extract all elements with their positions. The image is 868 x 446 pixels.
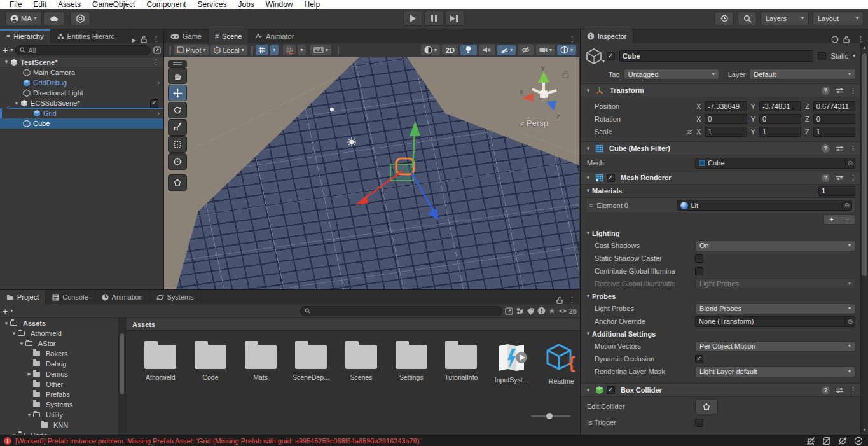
asset-folder-tutorialinfo[interactable]: TutorialInfo	[443, 341, 479, 385]
rect-tool[interactable]	[168, 136, 187, 153]
effects-toggle[interactable]: ▾	[497, 45, 516, 55]
is-trigger-checkbox[interactable]	[695, 419, 703, 427]
create-asset-caret[interactable]: ▾	[10, 309, 13, 314]
tree-item-utility[interactable]: ▼Utility	[0, 410, 125, 420]
project-search-input[interactable]	[300, 306, 502, 316]
cast-shadows-dropdown[interactable]: On▾	[695, 240, 855, 251]
undo-history-button[interactable]	[715, 11, 734, 25]
tab-project[interactable]: Project	[0, 290, 46, 304]
audio-toggle[interactable]	[479, 45, 495, 55]
rotation-z-field[interactable]: 0	[813, 114, 855, 124]
tag-dropdown[interactable]: Untagged▾	[624, 69, 719, 80]
presets-icon[interactable]	[836, 387, 844, 394]
scale-z-field[interactable]: 1	[813, 127, 855, 137]
static-caret[interactable]: ▾	[853, 53, 855, 59]
menu-gameobject[interactable]: GameObject	[86, 0, 141, 9]
check-circle-icon[interactable]	[854, 436, 863, 445]
project-menu-kebab[interactable]: ⋮	[565, 296, 579, 304]
menu-assets[interactable]: Assets	[52, 0, 86, 9]
tab-systems[interactable]: Systems	[150, 290, 201, 304]
materials-count-field[interactable]: 1	[818, 186, 855, 196]
tree-item-athomield[interactable]: ▼Athomield	[0, 328, 125, 338]
thumbnail-size-slider[interactable]	[531, 413, 570, 419]
add-object-button[interactable]: +	[3, 46, 8, 55]
menu-window[interactable]: Window	[260, 0, 299, 9]
mesh-object-field[interactable]: Cube ⊙	[695, 158, 855, 169]
visible-items-indicator[interactable]: 26	[558, 307, 577, 315]
menu-help[interactable]: Help	[299, 0, 326, 9]
tree-item-prefabs[interactable]: Prefabs	[0, 389, 125, 400]
position-x-field[interactable]: -7.338649	[705, 101, 747, 111]
scene-viewport[interactable]: y x z < Persp	[164, 57, 579, 289]
tab-animator[interactable]: Animator	[249, 29, 300, 43]
hierarchy-item-directional-light[interactable]: Directional Light	[0, 88, 163, 98]
transform-header[interactable]: ▼ Transform ? ⋮	[581, 83, 860, 97]
tree-item-systems[interactable]: Systems	[0, 400, 125, 410]
scene-visibility-toggle[interactable]	[518, 45, 534, 55]
asset-folder-scenes[interactable]: Scenes	[343, 341, 380, 385]
asset-readme[interactable]: {} Readme	[543, 341, 579, 385]
tree-item-debug[interactable]: Debug	[0, 359, 125, 369]
box-collider-header[interactable]: ▼ Box Collider ? ⋮	[581, 383, 860, 397]
asset-folder-code[interactable]: Code	[193, 341, 229, 385]
contribute-gi-checkbox[interactable]	[695, 267, 703, 275]
inspector-scrollbar[interactable]: ▲ ▼	[860, 43, 868, 435]
tab-scroll-arrow[interactable]: ▶	[130, 38, 138, 43]
dynamic-occlusion-checkbox[interactable]	[695, 355, 703, 363]
tree-item-assets[interactable]: ▼Assets	[0, 318, 125, 328]
menu-file[interactable]: File	[4, 0, 27, 9]
palette-drag-handle[interactable]	[168, 60, 187, 67]
tree-item-other[interactable]: Other	[0, 379, 125, 389]
scene-menu-kebab[interactable]: ⋮	[565, 35, 579, 43]
grid-visibility-toggle[interactable]	[256, 45, 268, 55]
layout-dropdown[interactable]: Layout▾	[813, 11, 864, 25]
material-element-row[interactable]: = Element 0 Lit ⊙	[586, 197, 855, 213]
object-picker-icon[interactable]: ⊙	[845, 158, 855, 168]
drag-handle-icon[interactable]: =	[589, 202, 593, 209]
rotate-tool[interactable]	[168, 102, 187, 118]
snap-toggle[interactable]	[283, 45, 296, 55]
cloud-button[interactable]	[43, 11, 65, 25]
help-icon[interactable]: ?	[822, 87, 830, 95]
gameobject-cube-icon[interactable]: ▾	[586, 48, 602, 64]
asset-inputsystem[interactable]: InputSyst...	[493, 341, 530, 385]
tree-item-bakers[interactable]: Bakers	[0, 349, 125, 359]
create-asset-button[interactable]: +	[3, 307, 8, 316]
material-object-field[interactable]: Lit ⊙	[677, 200, 852, 211]
cache-disabled-icon[interactable]	[822, 436, 831, 445]
transform-kebab[interactable]: ⋮	[850, 87, 857, 95]
name-field[interactable]: Cube	[619, 50, 813, 62]
box-collider-enabled-checkbox[interactable]	[607, 386, 615, 394]
tab-scene[interactable]: # Scene	[209, 29, 249, 43]
help-icon[interactable]: ?	[822, 386, 830, 394]
target-icon[interactable]	[831, 36, 839, 43]
mesh-filter-header[interactable]: ▼ Cube (Mesh Filter) ? ⋮	[581, 141, 860, 155]
camera-settings-dropdown[interactable]: ▾	[536, 45, 555, 55]
grid-visibility-caret[interactable]: ▾	[270, 45, 279, 55]
shading-mode-dropdown[interactable]: ▾	[421, 45, 440, 55]
search-toolbar-button[interactable]	[738, 11, 757, 25]
tab-game[interactable]: Game	[164, 29, 209, 43]
presets-icon[interactable]	[836, 174, 844, 181]
alert-icon[interactable]	[537, 307, 546, 315]
add-object-caret[interactable]: ▾	[10, 48, 13, 53]
hierarchy-item-grid[interactable]: Grid ›	[0, 108, 163, 118]
project-tree-scrollbar[interactable]	[118, 318, 125, 435]
local-dropdown[interactable]: Local▾	[210, 45, 247, 55]
active-checkbox[interactable]	[607, 52, 615, 60]
menu-jobs[interactable]: Jobs	[232, 0, 259, 9]
scene-header-row[interactable]: ▼ TestScene* ⋮	[0, 57, 163, 67]
snap-caret[interactable]: ▾	[298, 45, 306, 55]
breadcrumb[interactable]: Assets	[126, 318, 579, 331]
play-button[interactable]	[403, 11, 422, 26]
rotation-y-field[interactable]: 0	[759, 114, 801, 124]
subscene-loaded-checkbox[interactable]	[150, 99, 158, 108]
presets-icon[interactable]	[836, 145, 844, 152]
hierarchy-search-input[interactable]: All	[15, 45, 151, 55]
menu-edit[interactable]: Edit	[27, 0, 52, 9]
tab-animation[interactable]: Animation	[95, 290, 150, 304]
asset-folder-settings[interactable]: Settings	[393, 341, 429, 385]
rotation-x-field[interactable]: 0	[705, 114, 747, 124]
tree-item-knn[interactable]: KNN	[0, 420, 125, 430]
mesh-renderer-kebab[interactable]: ⋮	[850, 174, 857, 182]
